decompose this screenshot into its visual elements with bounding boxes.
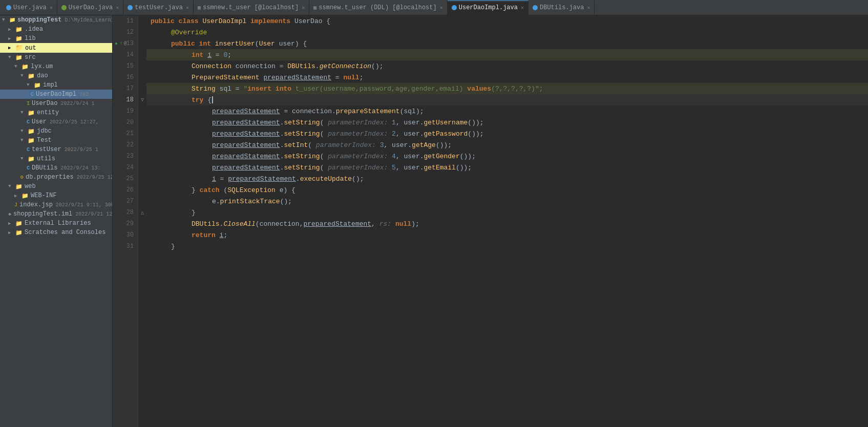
sidebar-item-web[interactable]: ▼ 📁 web: [0, 182, 112, 191]
sidebar-item-webinf[interactable]: ▶ 📁 WEB-INF: [0, 191, 112, 200]
sidebar-item-indexjsp[interactable]: J index.jsp 2022/9/21 9:11, 300: [0, 200, 112, 209]
sidebar-item-jdbc[interactable]: ▼ 📁 jdbc: [0, 126, 112, 136]
num-5-24: 5: [392, 164, 396, 172]
comma-24: , user.: [396, 164, 424, 172]
sidebar-item-src[interactable]: ▼ 📁 src: [0, 53, 112, 62]
sidebar-item-scratches[interactable]: ▶ 📁 Scratches and Consoles: [0, 228, 112, 237]
line-num-15: 15: [113, 60, 138, 72]
line-num-23: 23: [113, 151, 138, 162]
sidebar-item-testuser[interactable]: C testUser 2022/9/25 1: [0, 145, 112, 154]
comma-22: , user.: [384, 141, 412, 149]
sidebar-item-user[interactable]: C User 2022/9/25 12:27,: [0, 117, 112, 126]
fold-21: [138, 128, 146, 139]
type-user-13: User: [259, 40, 275, 48]
tab-close-ssmnew-tuser[interactable]: ✕: [302, 5, 305, 11]
str-kw-insert-17: insert into: [247, 85, 291, 93]
tab-label-userdao-java: UserDao.java: [69, 4, 113, 11]
utils-folder-icon: 📁: [28, 156, 35, 162]
line-num-11: 11: [113, 15, 138, 27]
tab-label-ssmnew-tuser: ssmnew.t_user [@localhost]: [203, 4, 299, 11]
method-getgender-23: getGender: [424, 153, 460, 160]
code-line-13: public int insertUser(User user) {: [146, 38, 868, 49]
kw-null-16: null: [343, 74, 359, 81]
sidebar-item-dao[interactable]: ▼ 📁 dao: [0, 71, 112, 80]
fold-20: [138, 117, 146, 128]
method-getpassword-21: getPassword: [424, 130, 468, 138]
sidebar-item-dbproperties[interactable]: ⚙ db.properties 2022/9/25 12:: [0, 173, 112, 182]
dbproperties-meta: 2022/9/25 12:: [77, 175, 113, 180]
method-printstacktrace-27: printStackTrace: [220, 198, 280, 205]
lyxum-chevron: ▼: [14, 64, 19, 69]
tab-testuser-java[interactable]: testUser.java ✕: [123, 1, 194, 15]
entity-chevron: ▼: [20, 110, 26, 115]
sidebar-item-shoppingtest-iml[interactable]: ◆ shoppingTest.iml 2022/9/21 12:: [0, 209, 112, 219]
tab-userdao-java[interactable]: UserDao.java ✕: [57, 1, 123, 15]
web-folder-icon: 📁: [15, 183, 23, 190]
tab-ssmnew-tuser-ddl[interactable]: ▦ ssmnew.t_user (DDL) [@localhost] ✕: [309, 1, 448, 15]
dot-21: .: [280, 130, 284, 138]
sidebar-item-utils[interactable]: ▼ 📁 utils: [0, 154, 112, 163]
line-num-21: 21: [113, 128, 138, 139]
dbproperties-file-icon: ⚙: [20, 174, 24, 180]
tab-close-userdao-java[interactable]: ✕: [116, 5, 119, 11]
tab-user-java[interactable]: User.java ✕: [2, 1, 57, 15]
line-num-28: 28: [113, 207, 138, 218]
sidebar-item-out[interactable]: ▶ 📁 out: [0, 43, 112, 53]
paren-13: (: [255, 40, 259, 48]
fold-18[interactable]: ▽: [138, 94, 146, 105]
editor-area: 11 12 ● ↑ @ 13 14 15 16 17 18 19 20 21: [113, 15, 868, 427]
tab-icon-dbutils-java: [533, 5, 538, 10]
entity-folder-icon: 📁: [28, 110, 35, 116]
lyxum-folder-icon: 📁: [22, 63, 29, 70]
tab-close-userdaoimpl-java[interactable]: ✕: [521, 5, 524, 11]
sidebar-item-test[interactable]: ▼ 📁 Test: [0, 136, 112, 145]
paren-open-21: (: [320, 130, 328, 138]
tab-label-dbutils-java: DBUtils.java: [540, 4, 584, 11]
extlibs-folder-icon: 📁: [15, 220, 23, 227]
num-0-14: 0: [223, 51, 227, 59]
code-line-11: public class UserDaoImpl implements User…: [146, 15, 868, 27]
kw-public-13: public: [171, 40, 199, 48]
sidebar-item-lyxum[interactable]: ▼ 📁 lyx.um: [0, 62, 112, 71]
iml-meta: 2022/9/21 12:: [75, 211, 113, 217]
sidebar-item-idea[interactable]: ▶ 📁 .idea: [0, 25, 112, 34]
sidebar-item-dbutils[interactable]: C DBUtils 2022/9/24 13:: [0, 163, 112, 173]
breakpoint-icon-13[interactable]: ●: [115, 41, 118, 47]
at-icon-13: @: [124, 41, 126, 46]
tab-icon-userdao-java: [61, 5, 67, 10]
code-line-22: preparedStatement.setInt( parameterIndex…: [146, 139, 868, 151]
dao-folder-icon: 📁: [28, 73, 35, 79]
tab-userdaoimpl-java[interactable]: UserDaoImpl.java ✕: [448, 1, 528, 15]
method-setstring-21: setString: [284, 130, 320, 138]
paren-26: (: [223, 186, 227, 194]
var-i-14: i: [207, 51, 211, 59]
fold-30: [138, 229, 146, 241]
tab-label-userdaoimpl-java: UserDaoImpl.java: [459, 4, 518, 11]
sidebar-item-userdao[interactable]: I UserDao 2022/9/24 1: [0, 99, 112, 108]
tab-ssmnew-tuser[interactable]: ▦ ssmnew.t_user [@localhost] ✕: [194, 1, 309, 15]
tab-close-ssmnew-tuser-ddl[interactable]: ✕: [440, 5, 443, 11]
tab-dbutils-java[interactable]: DBUtils.java ✕: [528, 1, 595, 15]
sidebar-item-lib[interactable]: ▶ 📁 lib: [0, 34, 112, 43]
sidebar-item-userdaoimpl[interactable]: C UserDaoImpl 202: [0, 90, 112, 99]
code-line-20: preparedStatement.setString( parameterIn…: [146, 117, 868, 128]
fold-14: [138, 49, 146, 60]
fold-23: [138, 151, 146, 162]
num-2-21: 2: [392, 130, 396, 138]
project-root[interactable]: ▼ 📁 shoppingTest D:\MyIdea_Learning: [0, 15, 112, 25]
line-num-17: 17: [113, 83, 138, 94]
code-container[interactable]: 11 12 ● ↑ @ 13 14 15 16 17 18 19 20 21: [113, 15, 868, 427]
semi-30: ;: [223, 231, 227, 239]
tab-label-ssmnew-tuser-ddl: ssmnew.t_user (DDL) [@localhost]: [319, 4, 436, 11]
fold-28[interactable]: △: [138, 207, 146, 218]
dot-20: .: [280, 119, 284, 126]
sidebar-item-external-libraries[interactable]: ▶ 📁 External Libraries: [0, 219, 112, 228]
sidebar-item-entity[interactable]: ▼ 📁 entity: [0, 108, 112, 117]
tab-close-dbutils-java[interactable]: ✕: [587, 5, 590, 11]
tab-close-testuser-java[interactable]: ✕: [186, 5, 189, 11]
fold-19: [138, 105, 146, 117]
sidebar-item-impl[interactable]: ▼ 📁 impl: [0, 80, 112, 90]
out-folder-icon: 📁: [15, 44, 23, 52]
tab-close-user-java[interactable]: ✕: [50, 5, 53, 11]
code-lines[interactable]: public class UserDaoImpl implements User…: [146, 15, 868, 427]
